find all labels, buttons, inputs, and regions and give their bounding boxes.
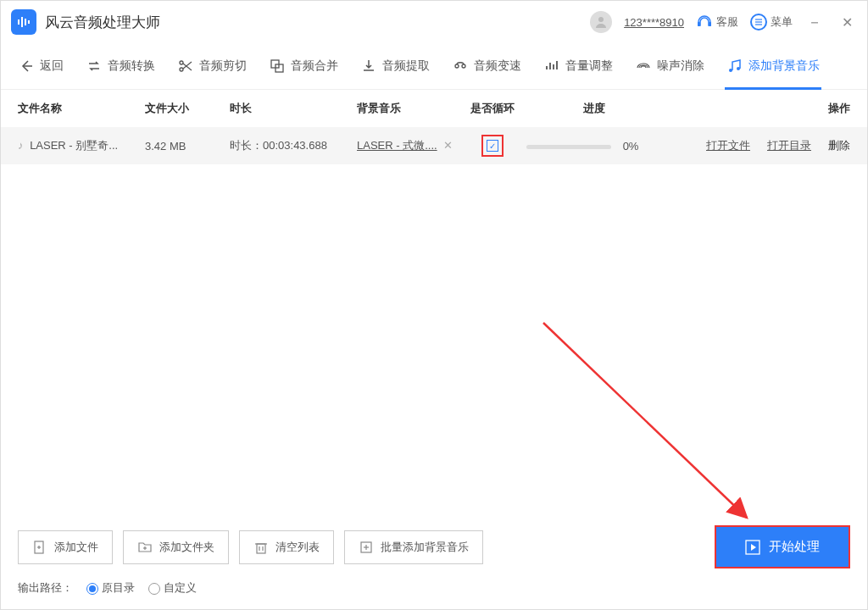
cell-actions: 打开文件 打开目录 删除 (662, 138, 850, 153)
cell-filename: ♪ LASER - 别墅奇... (18, 138, 145, 153)
col-duration: 时长 (230, 101, 357, 116)
batch-icon (359, 540, 374, 555)
arrow-left-icon (18, 58, 35, 75)
open-dir-link[interactable]: 打开目录 (767, 138, 811, 153)
close-button[interactable]: ✕ (837, 14, 857, 30)
svg-point-12 (180, 68, 183, 71)
svg-rect-5 (698, 22, 700, 26)
loop-checkbox[interactable]: ✓ (487, 140, 498, 152)
cell-duration: 时长：00:03:43.688 (230, 138, 357, 153)
scissors-icon (177, 58, 194, 75)
svg-point-17 (455, 64, 459, 68)
radio-original-dir[interactable]: 原目录 (86, 580, 135, 596)
output-path-label: 输出路径： (18, 580, 73, 596)
app-logo (11, 9, 36, 35)
back-button[interactable]: 返回 (9, 51, 72, 81)
svg-rect-31 (257, 544, 265, 553)
svg-point-11 (180, 61, 183, 64)
extract-icon (360, 58, 377, 75)
svg-rect-3 (28, 20, 30, 24)
col-progress: 进度 (526, 101, 662, 116)
table-header: 文件名称 文件大小 时长 背景音乐 是否循环 进度 操作 (1, 90, 867, 127)
merge-icon (269, 58, 286, 75)
bgm-link[interactable]: LASER - 式微.... (357, 139, 437, 152)
col-actions: 操作 (662, 101, 850, 116)
col-name: 文件名称 (18, 101, 145, 116)
svg-rect-1 (21, 17, 23, 27)
start-button[interactable]: 开始处理 (715, 525, 850, 568)
footer: 添加文件 添加文件夹 清空列表 批量添加背景音乐 开始处理 输出路径： 原目录 (1, 512, 867, 609)
table-row: ♪ LASER - 别墅奇... 3.42 MB 时长：00:03:43.688… (1, 127, 867, 164)
svg-point-4 (598, 17, 604, 22)
svg-rect-0 (18, 19, 19, 25)
col-bgm: 背景音乐 (357, 101, 459, 116)
cell-loop: ✓ (459, 135, 526, 157)
loop-highlight: ✓ (481, 135, 504, 157)
speed-icon (452, 58, 469, 75)
col-loop: 是否循环 (459, 101, 526, 116)
svg-line-25 (543, 323, 747, 518)
cell-progress: 0% (526, 140, 662, 152)
cell-size: 3.42 MB (145, 140, 230, 152)
tab-merge[interactable]: 音频合并 (260, 51, 347, 81)
trash-icon (253, 540, 269, 555)
radio-custom-dir[interactable]: 自定义 (148, 580, 197, 596)
bgm-clear-icon[interactable]: ✕ (443, 139, 453, 152)
col-size: 文件大小 (145, 101, 230, 116)
tab-cut[interactable]: 音频剪切 (169, 51, 255, 81)
progress-bar (526, 145, 611, 149)
minimize-button[interactable]: － (804, 12, 825, 32)
account-id[interactable]: 123****8910 (624, 16, 684, 29)
tab-extract[interactable]: 音频提取 (352, 51, 438, 81)
open-file-link[interactable]: 打开文件 (706, 138, 750, 153)
add-file-button[interactable]: 添加文件 (18, 530, 113, 564)
app-title: 风云音频处理大师 (45, 13, 590, 32)
convert-icon (86, 58, 103, 75)
volume-icon (543, 58, 560, 75)
batch-bgm-button[interactable]: 批量添加背景音乐 (344, 530, 483, 564)
folder-plus-icon (137, 540, 153, 555)
clear-list-button[interactable]: 清空列表 (239, 530, 334, 564)
tab-volume[interactable]: 音量调整 (535, 51, 621, 81)
svg-point-24 (737, 67, 740, 70)
tab-denoise[interactable]: 噪声消除 (626, 51, 713, 81)
denoise-icon (635, 58, 652, 75)
svg-point-23 (729, 69, 732, 72)
add-folder-button[interactable]: 添加文件夹 (123, 530, 229, 564)
menu-icon (750, 14, 767, 30)
avatar-icon[interactable] (590, 11, 612, 33)
headset-icon (696, 14, 713, 30)
delete-link[interactable]: 删除 (828, 138, 850, 153)
cell-bgm: LASER - 式微.... ✕ (357, 138, 459, 153)
svg-point-18 (462, 64, 465, 68)
play-icon (745, 540, 760, 555)
music-icon (726, 58, 743, 75)
audio-file-icon: ♪ (18, 139, 24, 152)
menu-button[interactable]: 菜单 (750, 14, 793, 30)
svg-rect-6 (709, 22, 711, 26)
tab-convert[interactable]: 音频转换 (77, 51, 164, 81)
svg-rect-2 (25, 19, 26, 25)
toolbar: 返回 音频转换 音频剪切 音频合并 音频提取 音频变速 音量调整 噪声消除 (1, 43, 867, 90)
file-plus-icon (32, 540, 47, 555)
tab-speed[interactable]: 音频变速 (443, 51, 530, 81)
support-link[interactable]: 客服 (696, 14, 738, 30)
tab-add-bgm[interactable]: 添加背景音乐 (718, 51, 828, 81)
titlebar: 风云音频处理大师 123****8910 客服 菜单 － ✕ (1, 1, 867, 43)
